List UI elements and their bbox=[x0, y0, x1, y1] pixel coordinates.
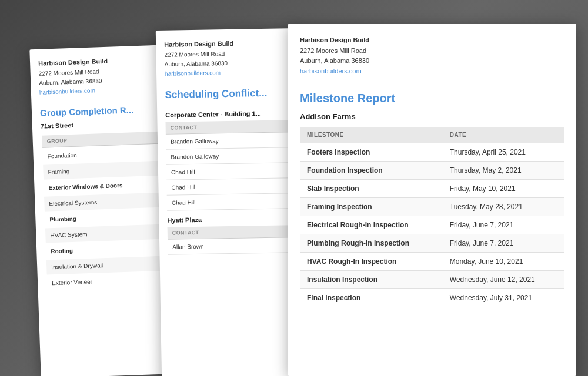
table-row: HVAC Rough-In InspectionMonday, June 10,… bbox=[300, 253, 564, 271]
company-website-1[interactable]: harbisonbuilders.com bbox=[39, 87, 95, 95]
milestone-subtitle: Addison Farms bbox=[288, 110, 576, 127]
table-row: Plumbing Rough-In InspectionFriday, June… bbox=[300, 234, 564, 253]
table-row: Brandon Galloway bbox=[166, 132, 290, 149]
milestone-name-6: HVAC Rough-In Inspection bbox=[300, 253, 443, 271]
date-col-header: DATE bbox=[443, 127, 564, 143]
table-row: Electrical Rough-In InspectionFriday, Ju… bbox=[300, 216, 564, 234]
milestone-report-card: Harbison Design Build 2272 Moores Mill R… bbox=[288, 24, 576, 376]
milestone-name-4: Electrical Rough-In Inspection bbox=[300, 216, 443, 234]
table-row: Chad Hill bbox=[166, 177, 291, 195]
milestone-date-8: Wednesday, July 31, 2021 bbox=[443, 289, 564, 307]
company-website-3[interactable]: harbisonbuilders.com bbox=[300, 68, 362, 75]
company-info-1: Harbison Design Build 2272 Moores Mill R… bbox=[29, 45, 172, 102]
card2-section1-name: Corporate Center - Building 1... bbox=[157, 102, 298, 122]
milestone-name-5: Plumbing Rough-In Inspection bbox=[300, 234, 443, 253]
table-row: Framing InspectionTuesday, May 28, 2021 bbox=[300, 198, 564, 216]
group-table: GROUP FoundationFramingExterior Windows … bbox=[41, 130, 171, 291]
milestone-name-2: Slab Inspection bbox=[300, 180, 443, 198]
table-row: Slab InspectionFriday, May 10, 2021 bbox=[300, 180, 564, 198]
company-address2-2: Auburn, Alabama 36830 bbox=[165, 58, 289, 69]
table-row: Final InspectionWednesday, July 31, 2021 bbox=[300, 289, 564, 307]
table-row: Exterior Veneer bbox=[47, 271, 170, 290]
table-row: Chad Hill bbox=[166, 162, 291, 180]
milestone-date-7: Wednesday, June 12, 2021 bbox=[443, 271, 564, 289]
milestone-name-8: Final Inspection bbox=[300, 289, 443, 307]
milestone-name-0: Footers Inspection bbox=[300, 143, 443, 162]
card2-section2-name: Hyatt Plaza bbox=[159, 208, 300, 227]
conflict2-row-0: Allan Brown bbox=[168, 237, 292, 254]
table-row: Chad Hill bbox=[167, 193, 292, 210]
milestone-table: MILESTONE DATE Footers InspectionThursda… bbox=[300, 127, 564, 307]
milestone-date-3: Tuesday, May 28, 2021 bbox=[443, 198, 564, 216]
milestone-date-6: Monday, June 10, 2021 bbox=[443, 253, 564, 271]
milestone-name-3: Framing Inspection bbox=[300, 198, 443, 216]
milestone-date-4: Friday, June 7, 2021 bbox=[443, 216, 564, 234]
company-address2-3: Auburn, Alabama 36830 bbox=[300, 56, 564, 66]
table-row: Footers InspectionThursday, April 25, 20… bbox=[300, 143, 564, 162]
conflict-table-1: CONTACT Brandon GallowayBrandon Galloway… bbox=[165, 120, 292, 211]
milestone-date-0: Thursday, April 25, 2021 bbox=[443, 143, 564, 162]
card2-title: Scheduling Conflict... bbox=[156, 81, 298, 105]
company-website-2[interactable]: harbisonbuilders.com bbox=[165, 69, 220, 77]
milestone-name-1: Foundation Inspection bbox=[300, 162, 443, 180]
milestone-date-5: Friday, June 7, 2021 bbox=[443, 234, 564, 253]
conflict1-row-3: Chad Hill bbox=[166, 177, 291, 195]
conflict-table-2: CONTACT Allan Brown bbox=[168, 225, 293, 255]
conflict1-row-2: Chad Hill bbox=[166, 162, 291, 180]
table-row: Insulation InspectionWednesday, June 12,… bbox=[300, 271, 564, 289]
milestone-date-1: Thursday, May 2, 2021 bbox=[443, 162, 564, 180]
milestone-col-header: MILESTONE bbox=[300, 127, 443, 143]
group-row-8: Exterior Veneer bbox=[47, 271, 170, 290]
company-address1-3: 2272 Moores Mill Road bbox=[300, 46, 564, 56]
company-info-3: Harbison Design Build 2272 Moores Mill R… bbox=[288, 24, 576, 82]
table-row: Brandon Galloway bbox=[166, 147, 290, 164]
conflict1-row-4: Chad Hill bbox=[167, 193, 292, 210]
conflict1-row-0: Brandon Galloway bbox=[166, 132, 290, 149]
conflict1-row-1: Brandon Galloway bbox=[166, 147, 290, 164]
table-row: Allan Brown bbox=[168, 237, 292, 254]
company-info-2: Harbison Design Build 2272 Moores Mill R… bbox=[156, 28, 298, 83]
milestone-date-2: Friday, May 10, 2021 bbox=[443, 180, 564, 198]
milestone-title: Milestone Report bbox=[288, 82, 576, 110]
table-row: Foundation InspectionThursday, May 2, 20… bbox=[300, 162, 564, 180]
scheduling-conflict-card: Harbison Design Build 2272 Moores Mill R… bbox=[156, 28, 303, 376]
company-name-3: Harbison Design Build bbox=[300, 35, 564, 46]
milestone-name-7: Insulation Inspection bbox=[300, 271, 443, 289]
